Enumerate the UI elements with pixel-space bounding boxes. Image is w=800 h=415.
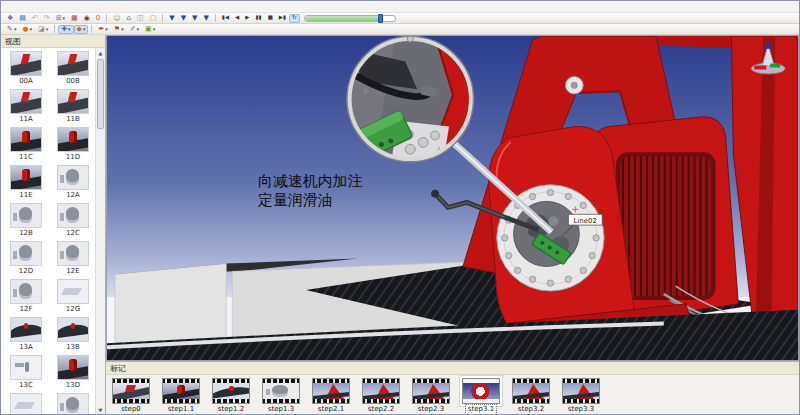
film-sprocket-bottom bbox=[463, 399, 499, 403]
view-thumbnail-13A[interactable]: 13A bbox=[5, 317, 47, 355]
scroll-up-icon[interactable]: ▲ bbox=[99, 48, 103, 57]
view-thumbnail-12F[interactable]: 12F bbox=[5, 279, 47, 317]
capture-frame-1-button[interactable]: ▼ bbox=[166, 14, 177, 23]
view-thumbnail-image bbox=[58, 166, 88, 189]
toolbar-icon: ↷ bbox=[44, 15, 50, 22]
eraser-tool-button[interactable]: ◪▾ bbox=[35, 25, 51, 34]
chevron-down-icon: ▾ bbox=[63, 16, 66, 21]
view-thumbnail-12B[interactable]: 12B bbox=[5, 203, 47, 241]
view-thumbnail-11A[interactable]: 11A bbox=[5, 89, 47, 127]
viewport-3d-canvas[interactable]: Line02 向减速机内加注 定量润滑油 bbox=[107, 36, 798, 360]
step-thumbnail-image bbox=[313, 383, 349, 399]
view-thumbnail[interactable] bbox=[52, 393, 94, 414]
view-thumbnail-11E[interactable]: 11E bbox=[5, 165, 47, 203]
move-tool-button[interactable]: ✚▾ bbox=[58, 25, 73, 34]
camera-button[interactable]: ◉ bbox=[81, 14, 93, 23]
step-thumbnail-image bbox=[163, 383, 199, 399]
view-thumbnail-13B[interactable]: 13B bbox=[52, 317, 94, 355]
views-scrollbar-track[interactable] bbox=[96, 57, 105, 405]
scroll-down-icon[interactable]: ▼ bbox=[99, 405, 103, 414]
step-thumbnail-step1.1[interactable]: step1.1 bbox=[162, 378, 200, 414]
pause-button[interactable]: ▮▮ bbox=[253, 14, 265, 23]
playback-icon: ■ bbox=[268, 15, 273, 21]
toolbar-icon: ◉ bbox=[84, 15, 90, 22]
paste-button[interactable]: ▤ bbox=[16, 14, 29, 23]
marker-tool-button[interactable]: ✎▾ bbox=[4, 25, 19, 34]
toolbar-icon: 0 bbox=[96, 15, 100, 22]
view-thumbnail-12D[interactable]: 12D bbox=[5, 241, 47, 279]
save-view-button[interactable]: ◫ bbox=[134, 14, 147, 23]
view-thumbnail-label: 12E bbox=[66, 266, 79, 277]
view-thumbnail-12E[interactable]: 12E bbox=[52, 241, 94, 279]
view-thumbnail-image bbox=[58, 128, 88, 151]
view-thumbnail-00A[interactable]: 00A bbox=[5, 51, 47, 89]
view-thumbnail-12A[interactable]: 12A bbox=[52, 165, 94, 203]
skip-start-button[interactable]: ▮◀ bbox=[219, 14, 232, 23]
view-thumbnail-label: 00A bbox=[19, 76, 33, 87]
view-thumbnail-13C[interactable]: 13C bbox=[5, 355, 47, 393]
stamp-tool-button[interactable]: ▣▾ bbox=[142, 25, 158, 34]
views-scrollbar[interactable]: ▲ ▼ bbox=[95, 48, 105, 414]
view-thumbnail-00B[interactable]: 00B bbox=[52, 51, 94, 89]
toolbar-icon: ◫ bbox=[137, 15, 144, 22]
view-thumbnail-12G[interactable]: 12G bbox=[52, 279, 94, 317]
animation-slider-handle[interactable] bbox=[378, 14, 383, 23]
capture-frame-4-button[interactable]: ▼ bbox=[200, 14, 211, 23]
step-thumbnail-label: step2.2 bbox=[366, 405, 396, 414]
step-thumbnail-step3.1[interactable]: step3.1 bbox=[462, 378, 500, 414]
step-thumbnail-image bbox=[263, 383, 299, 399]
playback-icon: ◀ bbox=[235, 15, 239, 21]
views-scrollbar-thumb[interactable] bbox=[97, 59, 104, 129]
brush-tool-button[interactable]: ◆▾ bbox=[74, 25, 89, 34]
film-sprocket-bottom bbox=[513, 399, 549, 403]
main-area: 视图 00A 00B 11A bbox=[1, 35, 799, 414]
toolbar-icon: ▤ bbox=[19, 15, 26, 22]
tool-icon: ▣ bbox=[145, 26, 152, 33]
user-view-button[interactable]: ☺ bbox=[110, 14, 123, 23]
undo-button[interactable]: ↶ bbox=[29, 14, 41, 23]
camera-zero-button[interactable]: 0 bbox=[93, 14, 103, 23]
step-thumbnail-step1.2[interactable]: step1.2 bbox=[212, 378, 250, 414]
play-button[interactable]: ▶ bbox=[242, 14, 252, 23]
step-thumbnail-step3.3[interactable]: step3.3 bbox=[562, 378, 600, 414]
view-thumbnail-label: 11D bbox=[66, 152, 80, 163]
toolbar-separator bbox=[162, 14, 163, 22]
capture-frame-2-button[interactable]: ▼ bbox=[178, 14, 189, 23]
film-sprocket-bottom bbox=[263, 399, 299, 403]
step-thumbnail-image bbox=[513, 383, 549, 399]
folder-button[interactable]: ▢ bbox=[147, 14, 160, 23]
step-thumbnail-step2.3[interactable]: step2.3 bbox=[412, 378, 450, 414]
home-view-button[interactable]: ⌂ bbox=[124, 14, 134, 23]
view-thumbnail-11D[interactable]: 11D bbox=[52, 127, 94, 165]
step-thumbnail-step0[interactable]: step0 bbox=[112, 378, 150, 414]
skip-end-button[interactable]: ▶▮ bbox=[276, 14, 289, 23]
film-sprocket-bottom bbox=[313, 399, 349, 403]
redo-button[interactable]: ↷ bbox=[41, 14, 53, 23]
view-thumbnail-12C[interactable]: 12C bbox=[52, 203, 94, 241]
svg-text:定量润滑油: 定量润滑油 bbox=[258, 191, 332, 208]
step-thumbnail-step2.2[interactable]: step2.2 bbox=[362, 378, 400, 414]
view-thumbnail[interactable] bbox=[5, 393, 47, 414]
step-thumbnail-step1.3[interactable]: step1.3 bbox=[262, 378, 300, 414]
view-thumbnail-13D[interactable]: 13D bbox=[52, 355, 94, 393]
shape-tool-button[interactable]: ●▾ bbox=[19, 25, 35, 34]
loop-button[interactable]: ↻ bbox=[289, 14, 300, 23]
pen-tool-button[interactable]: ✒▾ bbox=[95, 25, 110, 34]
capture-frame-3-button[interactable]: ▼ bbox=[189, 14, 200, 23]
view-thumbnail-image bbox=[58, 242, 88, 265]
step-thumbnail-step2.1[interactable]: step2.1 bbox=[312, 378, 350, 414]
view-thumbnail-11B[interactable]: 11B bbox=[52, 89, 94, 127]
view-thumbnail-label: 11A bbox=[19, 114, 33, 125]
render-image-button[interactable]: ▦ bbox=[68, 14, 81, 23]
step-back-button[interactable]: ◀ bbox=[232, 14, 242, 23]
toolbar-icon: ☺ bbox=[113, 15, 120, 22]
view-thumbnail-11C[interactable]: 11C bbox=[5, 127, 47, 165]
flag-tool-button[interactable]: ⚑▾ bbox=[111, 25, 127, 34]
pencil-tool-button[interactable]: ✐▾ bbox=[127, 25, 142, 34]
view-layout-button[interactable]: ⊞▾ bbox=[53, 14, 68, 23]
animation-slider[interactable] bbox=[304, 15, 396, 22]
step-thumbnail-step3.2[interactable]: step3.2 bbox=[512, 378, 550, 414]
stop-button[interactable]: ■ bbox=[265, 14, 276, 23]
view-thumbnail-image bbox=[11, 394, 41, 414]
open-button[interactable]: ❖ bbox=[4, 14, 16, 23]
